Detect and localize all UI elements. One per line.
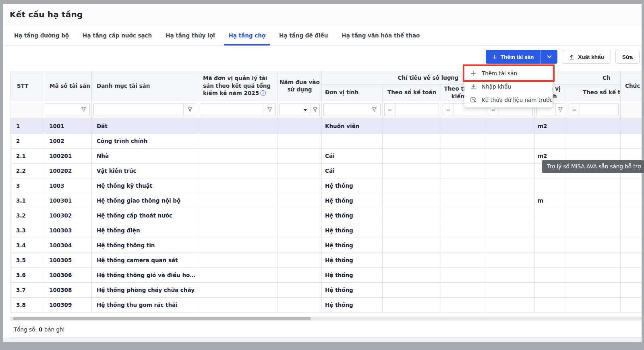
tab-1[interactable]: Hạ tầng đường bộ	[7, 25, 76, 45]
col-header-functions[interactable]: Chức năng	[621, 71, 642, 101]
cell-unit: Hệ thống	[322, 223, 383, 238]
cell-code: 1001	[43, 118, 92, 133]
table-row[interactable]: 21002Công trình chính	[10, 133, 642, 148]
table-row[interactable]: 3.7100308Hệ thống phòng cháy chữa cháyHệ…	[10, 282, 642, 297]
add-asset-dropdown-toggle[interactable]	[540, 50, 557, 64]
horizontal-scrollbar[interactable]	[10, 317, 642, 321]
col-header-unit-code[interactable]: Mã đơn vị quản lý tài sản theo kết quả t…	[198, 71, 278, 101]
funnel-icon[interactable]	[555, 104, 565, 116]
funnel-icon[interactable]	[263, 104, 275, 116]
cell-empty	[198, 163, 278, 178]
cell-unit: Khuôn viên	[322, 118, 383, 133]
info-icon[interactable]: ⓘ	[260, 90, 266, 96]
table-row[interactable]: 3.5100305Hệ thống camera quan sátHệ thốn…	[10, 253, 642, 267]
col-header-asset-code[interactable]: Mã số tài sản	[43, 71, 92, 101]
app-window: Kết cấu hạ tầng Hạ tầng đường bộHạ tầng …	[0, 0, 644, 350]
col-header-stt[interactable]: STT	[10, 71, 43, 101]
scrollbar-thumb[interactable]	[13, 317, 311, 320]
cell-code: 1002	[43, 133, 92, 148]
cell-empty	[278, 118, 322, 133]
add-asset-button[interactable]: + Thêm tài sản	[486, 50, 541, 64]
by-accounting-filter-input[interactable]	[396, 104, 439, 116]
cell-name: Công trình chính	[92, 133, 198, 148]
cell-empty	[486, 178, 535, 193]
equals-operator[interactable]: =	[443, 104, 454, 116]
filter-cell-functions	[621, 101, 642, 118]
cell-empty	[198, 267, 278, 282]
menu-item-import[interactable]: Nhập khẩu	[464, 80, 553, 93]
cell-empty	[198, 282, 278, 297]
cell-stt: 3.6	[10, 267, 43, 282]
unit-filter-input[interactable]	[324, 104, 368, 116]
cell-empty	[621, 267, 642, 282]
cell-code: 100201	[43, 148, 92, 163]
funnel-icon[interactable]	[183, 104, 196, 116]
cell-empty	[198, 133, 278, 148]
cell-stt: 2.1	[10, 148, 43, 163]
col-header-by-accounting2[interactable]: Theo số kế toán	[567, 85, 621, 101]
cell-empty	[441, 208, 486, 223]
cell-empty	[567, 193, 621, 208]
table-row[interactable]: 3.8100309Hệ thống thu gom rác thảiHệ thố…	[10, 297, 642, 312]
menu-item-add-asset[interactable]: + Thêm tài sản	[464, 66, 553, 80]
cell-empty	[621, 238, 642, 253]
cell-empty	[621, 253, 642, 267]
tab-6[interactable]: Hạ tầng văn hóa thể thao	[335, 25, 427, 45]
cell-empty	[383, 297, 441, 312]
equals-operator[interactable]: =	[385, 104, 396, 116]
filter-cell-unit-code	[198, 101, 278, 118]
col-header-unit[interactable]: Đơn vị tính	[322, 85, 383, 101]
funnel-icon[interactable]	[368, 104, 380, 116]
edit-button[interactable]: Sửa	[615, 50, 640, 64]
cell-empty	[383, 253, 441, 267]
cell-unit: Hệ thống	[322, 193, 383, 208]
funnel-icon[interactable]	[77, 104, 89, 116]
asset-category-filter-input[interactable]	[94, 104, 183, 116]
equals-operator[interactable]: =	[569, 104, 580, 116]
by-accounting2-filter-input[interactable]	[580, 104, 618, 116]
filter-cell-asset-category	[92, 101, 198, 118]
table-row[interactable]: 3.1100301Hệ thống giao thông nội bộHệ th…	[10, 193, 642, 208]
table-row[interactable]: 3.2100302Hệ thống cấp thoát nướcHệ thống	[10, 208, 642, 223]
cell-empty	[278, 282, 322, 297]
table-row[interactable]: 3.3100303Hệ thống điệnHệ thống	[10, 223, 642, 238]
cell-empty	[486, 148, 535, 163]
tab-2[interactable]: Hạ tầng cấp nước sạch	[76, 25, 159, 45]
add-asset-menu: + Thêm tài sản Nhập khẩu Kế thừa dữ liệu…	[464, 65, 553, 108]
cell-empty	[441, 178, 486, 193]
main-panel: Kết cấu hạ tầng Hạ tầng đường bộHạ tầng …	[3, 4, 642, 342]
col-header-year-used[interactable]: Năm đưa vào sử dụng	[278, 71, 322, 101]
cell-unit2	[535, 223, 567, 238]
funnel-icon[interactable]	[310, 104, 319, 116]
cell-stt: 3.2	[10, 208, 43, 223]
cell-empty	[567, 282, 621, 297]
cell-empty	[441, 238, 486, 253]
dropdown-caret-icon[interactable]	[304, 109, 307, 113]
add-asset-split-button: + Thêm tài sản	[486, 50, 558, 64]
table-row[interactable]: 31003Hệ thống kỹ thuậtHệ thống	[10, 178, 642, 193]
table-row[interactable]: 3.4100304Hệ thống thông tinHệ thống	[10, 238, 642, 253]
cell-empty	[621, 223, 642, 238]
cell-empty	[486, 297, 535, 312]
cell-empty	[441, 253, 486, 267]
tab-4[interactable]: Hạ tầng chợ	[222, 25, 273, 45]
tab-5[interactable]: Hạ tầng đê điều	[272, 25, 335, 45]
export-button[interactable]: Xuất khẩu	[562, 50, 611, 64]
cell-empty	[486, 282, 535, 297]
tab-3[interactable]: Hạ tầng thủy lợi	[159, 25, 222, 45]
col-header-by-accounting[interactable]: Theo số kế toán	[383, 85, 441, 101]
cell-unit2	[535, 208, 567, 223]
cell-empty	[567, 267, 621, 282]
asset-code-filter-input[interactable]	[45, 104, 77, 116]
table-row[interactable]: 11001ĐấtKhuôn viênm2	[10, 118, 642, 133]
unit-code-filter-input[interactable]	[200, 104, 263, 116]
download-icon	[470, 83, 476, 90]
cell-empty	[567, 238, 621, 253]
menu-item-inherit-data[interactable]: Kế thừa dữ liệu năm trước	[464, 93, 553, 106]
cell-name: Hệ thống phòng cháy chữa cháy	[92, 282, 198, 297]
cell-empty	[441, 133, 486, 148]
table-row[interactable]: 3.6100306Hệ thống thông gió và điều hoà …	[10, 267, 642, 282]
cell-empty	[198, 178, 278, 193]
col-header-asset-category[interactable]: Danh mục tài sản	[92, 71, 198, 101]
cell-empty	[621, 178, 642, 193]
